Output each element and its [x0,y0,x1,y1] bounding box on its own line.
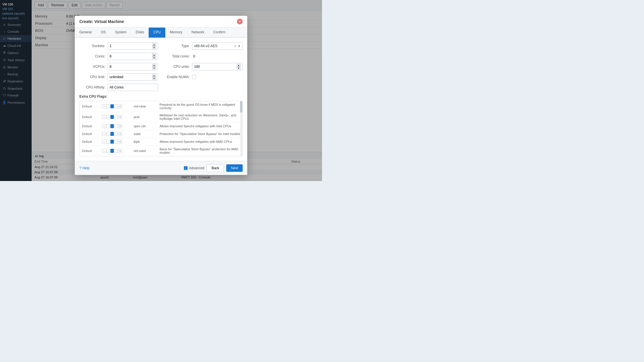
flag-toggle-0[interactable]: - + [100,101,131,112]
vcpus-input[interactable] [110,65,152,69]
cpu-units-up[interactable]: ▲ [237,64,241,67]
flag-minus-3[interactable]: - [102,132,106,136]
flag-r3-1[interactable] [114,115,118,119]
sockets-control[interactable]: ▲ ▼ [108,42,158,50]
advanced-checkbox[interactable]: ✓ [184,166,188,170]
flag-toggle-5[interactable]: - + [100,146,131,156]
sockets-down[interactable]: ▼ [152,46,156,49]
flag-r3-5[interactable] [114,149,118,153]
dialog-tabs: General OS System Disks CPU Memory Netwo… [75,28,247,38]
flag-desc-0: Required to let the guest OS know if MDS… [157,101,242,112]
flag-plus-5[interactable]: + [118,149,122,153]
tab-general[interactable]: General [75,28,96,38]
help-button[interactable]: ? Help [79,166,89,170]
type-control[interactable]: x86-64-v2-AES ✕ ▼ [192,42,243,50]
dialog-header: Create: Virtual Machine ✕ [75,16,247,28]
flag-r1-1[interactable] [107,115,110,119]
cpu-units-down[interactable]: ▼ [237,67,241,70]
tab-disks[interactable]: Disks [131,28,149,38]
flag-r2-4[interactable] [110,140,114,144]
cores-field: Cores: ▲ ▼ [79,53,158,60]
type-value: x86-64-v2-AES [194,44,233,48]
vcpus-down[interactable]: ▼ [152,67,156,70]
flag-name-2: spec-ctrl [131,122,157,130]
flag-r2-5[interactable] [110,149,114,153]
flag-plus-3[interactable]: + [118,132,122,136]
tab-os[interactable]: OS [96,28,110,38]
tab-network[interactable]: Network [187,28,209,38]
cpu-limit-up[interactable]: ▲ [152,74,156,77]
flag-minus-5[interactable]: - [102,149,106,153]
flag-minus-2[interactable]: - [102,124,106,128]
flag-r3-2[interactable] [114,124,118,128]
flag-r1-5[interactable] [107,149,110,153]
flag-plus-0[interactable]: + [118,104,122,108]
cpu-affinity-control[interactable] [108,84,158,91]
tab-confirm[interactable]: Confirm [209,28,230,38]
type-dropdown-icon[interactable]: ▼ [238,45,241,48]
flag-radio-2 [107,124,118,128]
flag-plus-2[interactable]: + [118,124,122,128]
cpu-limit-input[interactable] [110,75,152,79]
flag-r2-1[interactable] [110,115,114,119]
flag-r2-3[interactable] [110,132,114,136]
scroll-thumb[interactable] [240,101,242,113]
cpu-limit-control[interactable]: ▲ ▼ [108,73,158,81]
flag-r1-4[interactable] [107,140,110,144]
flag-toggle-3[interactable]: - + [100,130,131,138]
flag-r3-4[interactable] [114,140,118,144]
toggle-group-1: - + [102,115,129,119]
vcpus-up[interactable]: ▲ [152,64,156,67]
flag-toggle-1[interactable]: - + [100,112,131,122]
flag-r3-0[interactable] [114,104,118,108]
flag-minus-0[interactable]: - [102,104,106,108]
flag-minus-4[interactable]: - [102,140,106,144]
flag-r2-2[interactable] [110,124,114,128]
next-button[interactable]: Next [226,164,243,172]
tab-cpu[interactable]: CPU [149,28,165,38]
cores-control[interactable]: ▲ ▼ [108,53,158,60]
cores-input[interactable] [110,54,152,58]
create-vm-dialog: Create: Virtual Machine ✕ General OS Sys… [75,16,247,175]
footer-right: ✓ Advanced Back Next [184,164,243,172]
sockets-up[interactable]: ▲ [152,43,156,46]
flag-plus-4[interactable]: + [118,140,122,144]
cores-up[interactable]: ▲ [152,53,156,56]
flag-state-2: Default [80,122,100,130]
flag-r1-3[interactable] [107,132,110,136]
tab-memory[interactable]: Memory [165,28,187,38]
cpu-limit-down[interactable]: ▼ [152,77,156,80]
flag-toggle-4[interactable]: - + [100,138,131,146]
sockets-spinner: ▲ ▼ [152,43,156,49]
flag-r3-3[interactable] [114,132,118,136]
flag-toggle-2[interactable]: - + [100,122,131,130]
flag-name-0: md-clear [131,101,157,112]
flag-r1-2[interactable] [107,124,110,128]
flag-row-3: Default - + [80,130,242,138]
flag-minus-1[interactable]: - [102,115,106,119]
flag-state-4: Default [80,138,100,146]
tab-system[interactable]: System [110,28,131,38]
cpu-units-control[interactable]: ▲ ▼ [192,63,243,70]
flag-radio-1 [107,115,118,119]
flag-name-4: ibpb [131,138,157,146]
cpu-affinity-input[interactable] [110,85,156,89]
cpu-limit-label: CPU limit: [79,75,105,79]
flag-desc-2: Allows improved Spectre mitigation with … [157,122,242,130]
cpu-affinity-field: CPU Affinity: [79,84,158,91]
toggle-group-5: - + [102,149,129,153]
flag-plus-1[interactable]: + [118,115,122,119]
vcpus-control[interactable]: ▲ ▼ [108,63,158,70]
flag-state-5: Default [80,146,100,156]
flag-r1-0[interactable] [107,104,110,108]
dialog-close-button[interactable]: ✕ [237,19,243,24]
numa-label: Enable NUMA: [164,75,190,79]
sockets-input[interactable] [110,44,152,48]
flag-r2-0[interactable] [110,104,114,108]
flags-scroll[interactable]: Default - + [80,101,242,156]
type-clear-button[interactable]: ✕ [234,44,237,48]
back-button[interactable]: Back [207,164,224,172]
numa-checkbox[interactable] [192,75,196,79]
cpu-units-input[interactable] [194,65,237,69]
cores-down[interactable]: ▼ [152,56,156,59]
